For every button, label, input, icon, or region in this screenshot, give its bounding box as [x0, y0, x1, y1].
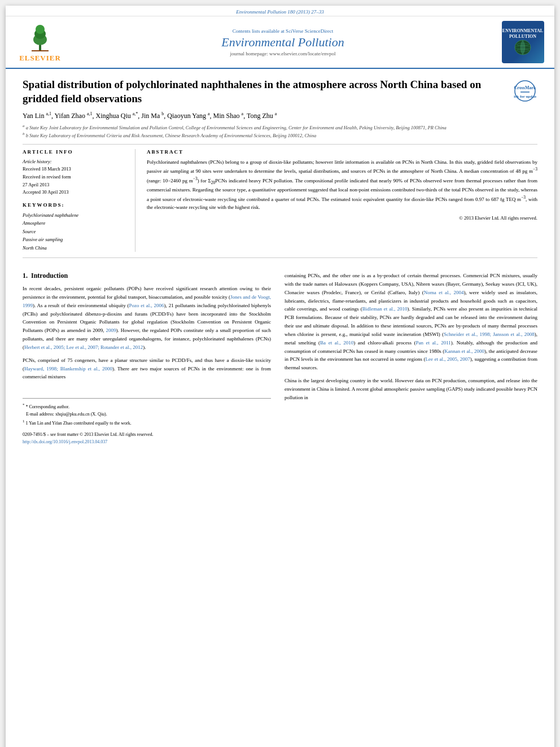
footnote-equal: 1 1 Yan Lin and Yifan Zhao contributed e… [23, 418, 271, 427]
article-info-col: ARTICLE INFO Article history: Received 1… [23, 149, 135, 252]
sciverse-link[interactable]: Contents lists available at SciVerse Sci… [65, 28, 500, 34]
journal-header: ELSEVIER Contents lists available at Sci… [6, 16, 554, 69]
ref-lee2005[interactable]: Lee et al., 2005, 2007 [426, 356, 470, 362]
content-divider [23, 257, 537, 258]
ref-kannan[interactable]: Kannan et al., 2000 [444, 348, 484, 354]
abstract-col: ABSTRACT Polychlorinated naphthalenes (P… [147, 149, 537, 252]
journal-title-header: Environmental Pollution [65, 35, 500, 50]
body-section: 1. Introduction In recent decades, persi… [6, 264, 554, 454]
crossmark[interactable]: CrossMark click for updates [512, 78, 537, 103]
abstract-heading: ABSTRACT [147, 149, 537, 155]
body-left: 1. Introduction In recent decades, persi… [23, 272, 271, 446]
body-para-2: PCNs, comprised of 75 congeners, have a … [23, 356, 271, 382]
ref-2009[interactable]: 2009 [106, 327, 116, 333]
keyword-4: Passive air sampling [23, 235, 127, 243]
elsevier-tree-icon [20, 21, 60, 53]
page: Environmental Pollution 180 (2013) 27–33… [6, 6, 554, 747]
ref-pan[interactable]: Pan et al., 2011 [415, 340, 450, 346]
revised-date: 27 April 2013 [23, 181, 127, 189]
ref-hayward[interactable]: Hayward, 1998; Blankenship et al., 2000 [24, 366, 112, 372]
body-right: containing PCNs, and the other one is as… [285, 272, 537, 446]
ref-noma[interactable]: Noma et al., 2004 [424, 290, 464, 295]
ref-herbert[interactable]: Herbert et al., 2005; Lee et al., 2007; … [24, 344, 143, 350]
top-banner: Environmental Pollution 180 (2013) 27–33 [6, 6, 554, 16]
ref-schneider[interactable]: Schneider et al., 1998; Jansson et al., … [444, 331, 535, 337]
ref-ba[interactable]: Ba et al., 2010 [320, 340, 353, 346]
article-title: Spatial distribution of polychlorinated … [23, 78, 537, 106]
journal-center: Contents lists available at SciVerse Sci… [65, 28, 500, 56]
doi-link[interactable]: http://dx.doi.org/10.1016/j.envpol.2013.… [23, 439, 271, 446]
ref-pozo[interactable]: Pozo et al., 2006 [129, 303, 164, 308]
ref-bidleman[interactable]: Bidleman et al., 2010 [362, 306, 408, 312]
article-content: Spatial distribution of polychlorinated … [6, 69, 554, 252]
section1-number: 1. [23, 272, 28, 279]
body-two-col: 1. Introduction In recent decades, persi… [23, 272, 537, 446]
footnote-section: * * Corresponding author. E-mail address… [23, 398, 271, 427]
keywords-heading: Keywords: [23, 202, 127, 208]
history-label: Article history: [23, 158, 127, 166]
svg-text:click for updates: click for updates [514, 94, 536, 99]
crossmark-icon: CrossMark click for updates [514, 80, 536, 102]
journal-logo-env-text: ENVIRONMENTALPOLLUTION [502, 28, 543, 39]
svg-text:CrossMark: CrossMark [514, 85, 536, 90]
body-para-1: In recent decades, persistent organic po… [23, 285, 271, 352]
keyword-list: Polychlorinated naphthalene Atmosphere S… [23, 211, 127, 252]
issn-line: 0269-7491/$ – see front matter © 2013 El… [23, 431, 271, 439]
keyword-2: Atmosphere [23, 219, 127, 227]
journal-reference: Environmental Pollution 180 (2013) 27–33 [236, 9, 324, 15]
footer-bottom: 0269-7491/$ – see front matter © 2013 El… [23, 431, 271, 446]
journal-logo-box: ENVIRONMENTALPOLLUTION [502, 21, 544, 63]
article-info-heading: ARTICLE INFO [23, 149, 127, 155]
svg-point-3 [36, 25, 45, 34]
copyright-notice: © 2013 Elsevier Ltd. All rights reserved… [147, 215, 537, 221]
globe-icon [513, 39, 533, 56]
keyword-3: Source [23, 228, 127, 235]
affiliation-b: b b State Key Laboratory of Environmenta… [23, 132, 537, 139]
elsevier-logo-text: ELSEVIER [19, 54, 61, 63]
body-right-para-1: containing PCNs, and the other one is as… [285, 272, 537, 372]
journal-homepage: journal homepage: www.elsevier.com/locat… [65, 51, 500, 56]
accepted-date: Accepted 30 April 2013 [23, 189, 127, 196]
elsevier-logo: ELSEVIER [15, 21, 65, 63]
footnote-email: E-mail address: xhqiu@pku.edu.cn (X. Qiu… [23, 411, 271, 418]
journal-logo-right: ENVIRONMENTALPOLLUTION [500, 21, 545, 63]
keyword-1: Polychlorinated naphthalene [23, 211, 127, 219]
received-revised-label: Received in revised form [23, 173, 127, 181]
body-right-para-2: China is the largest developing country … [285, 377, 537, 402]
footnote-corresponding: * * Corresponding author. [23, 402, 271, 410]
affiliation-a: a a State Key Joint Laboratory for Envir… [23, 124, 537, 132]
svg-rect-4 [32, 50, 49, 51]
header-divider [23, 144, 537, 145]
section1-title: 1. Introduction [23, 272, 271, 280]
article-history: Article history: Received 18 March 2013 … [23, 158, 127, 196]
received-date: Received 18 March 2013 [23, 165, 127, 173]
abstract-text: Polychlorinated naphthalenes (PCNs) belo… [147, 158, 537, 212]
affiliations: a a State Key Joint Laboratory for Envir… [23, 124, 537, 139]
keywords-section: Keywords: Polychlorinated naphthalene At… [23, 202, 127, 252]
keyword-5: North China [23, 244, 127, 252]
authors: Yan Lin a,1, Yifan Zhao a,1, Xinghua Qiu… [23, 111, 537, 120]
article-meta-section: ARTICLE INFO Article history: Received 1… [23, 149, 537, 252]
